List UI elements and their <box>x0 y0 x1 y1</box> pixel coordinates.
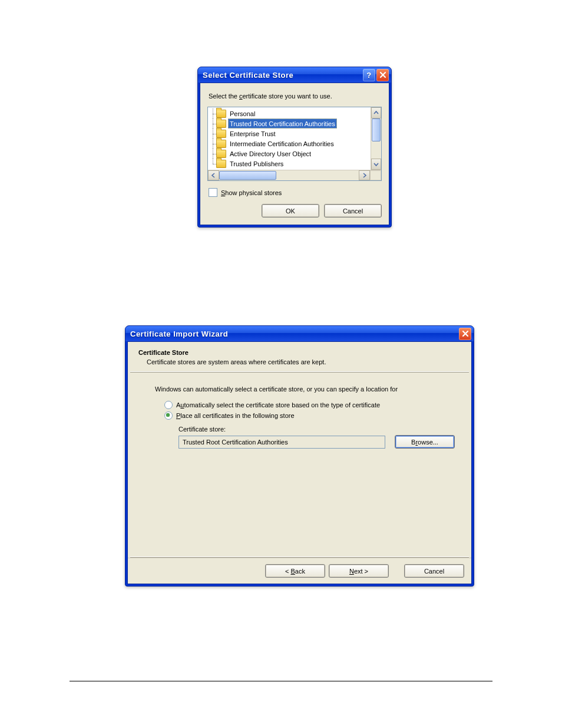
vertical-scrollbar[interactable] <box>371 107 381 170</box>
folder-icon <box>216 140 226 148</box>
tree-item[interactable]: Trusted Root Certification Authorities <box>210 118 371 129</box>
page-rule <box>70 681 492 681</box>
checkbox-icon <box>209 188 217 197</box>
certificate-store-tree[interactable]: PersonalTrusted Root Certification Autho… <box>207 107 382 181</box>
dialog-client: Select the certificate store you want to… <box>200 83 389 225</box>
radio-label: Place all certificates in the following … <box>176 412 295 419</box>
tree-item-label: Active Directory User Object <box>228 149 313 158</box>
tree-item-label: Trusted Publishers <box>228 159 285 168</box>
folder-icon <box>216 110 226 118</box>
browse-button[interactable]: Browse... <box>395 435 455 449</box>
tree-item[interactable]: Intermediate Certification Authorities <box>210 139 371 149</box>
tree-lines <box>210 108 216 118</box>
back-button[interactable]: < Back <box>265 564 325 578</box>
tree-item-label: Personal <box>228 109 257 118</box>
cancel-button[interactable]: Cancel <box>324 204 382 218</box>
tree-lines <box>210 139 216 149</box>
wizard-header-subtitle: Certificate stores are system areas wher… <box>147 358 461 365</box>
close-button[interactable] <box>459 328 471 340</box>
help-icon: ? <box>366 71 371 80</box>
checkbox-label: Show physical stores <box>221 189 282 196</box>
radio-label: Automatically select the certificate sto… <box>176 401 380 409</box>
ok-button[interactable]: OK <box>262 204 319 218</box>
folder-icon <box>216 160 226 168</box>
help-button[interactable]: ? <box>363 69 375 81</box>
dialog-client: Certificate Store Certificate stores are… <box>127 341 472 584</box>
tree-lines <box>210 118 216 129</box>
wizard-footer: < Back Next > Cancel <box>128 558 471 584</box>
chevron-left-icon <box>211 173 216 178</box>
tree-item[interactable]: Enterprise Trust <box>210 129 371 139</box>
chevron-down-icon <box>373 162 379 167</box>
certificate-store-field: Trusted Root Certification Authorities <box>178 436 385 449</box>
next-button[interactable]: Next > <box>329 564 389 578</box>
certificate-import-wizard-dialog: Certificate Import Wizard Certificate St… <box>125 325 474 587</box>
horizontal-scrollbar[interactable] <box>208 170 381 180</box>
wizard-header: Certificate Store Certificate stores are… <box>128 342 471 371</box>
scroll-track[interactable] <box>371 118 381 159</box>
select-certificate-store-dialog: Select Certificate Store ? Select the ce… <box>197 67 392 228</box>
button-row: OK Cancel <box>207 204 382 218</box>
scroll-left-button[interactable] <box>208 170 219 180</box>
certificate-store-label: Certificate store: <box>178 426 455 433</box>
dialog-title: Select Certificate Store <box>203 71 362 80</box>
radio-icon <box>164 411 173 420</box>
wizard-body-text: Windows can automatically select a certi… <box>155 386 455 393</box>
tree-item[interactable]: Active Directory User Object <box>210 149 371 159</box>
chevron-up-icon <box>373 110 379 116</box>
tree-list: PersonalTrusted Root Certification Autho… <box>208 107 371 170</box>
show-physical-stores-checkbox[interactable]: Show physical stores <box>209 188 382 197</box>
tree-lines <box>210 149 216 159</box>
cancel-button[interactable]: Cancel <box>404 564 464 578</box>
tree-item-label: Intermediate Certification Authorities <box>228 139 336 148</box>
titlebar[interactable]: Certificate Import Wizard <box>125 326 474 341</box>
wizard-header-title: Certificate Store <box>138 349 461 356</box>
wizard-body: Windows can automatically select a certi… <box>128 373 471 556</box>
radio-place-in-store[interactable]: Place all certificates in the following … <box>164 411 455 420</box>
dialog-title: Certificate Import Wizard <box>130 330 458 338</box>
tree-item-label: Trusted Root Certification Authorities <box>228 118 337 129</box>
scroll-up-button[interactable] <box>371 107 381 118</box>
scroll-down-button[interactable] <box>371 159 381 170</box>
radio-icon <box>164 401 173 409</box>
tree-lines <box>210 159 216 169</box>
certificate-store-block: Certificate store: Trusted Root Certific… <box>178 426 455 449</box>
hscroll-track[interactable] <box>219 170 359 180</box>
folder-icon <box>216 130 226 138</box>
chevron-right-icon <box>362 173 367 178</box>
radio-auto-select[interactable]: Automatically select the certificate sto… <box>164 401 455 409</box>
prompt-text: Select the certificate store you want to… <box>209 93 381 100</box>
scroll-corner <box>370 170 381 180</box>
titlebar[interactable]: Select Certificate Store ? <box>198 67 391 83</box>
close-icon <box>462 330 469 337</box>
folder-icon <box>216 150 226 158</box>
scroll-right-button[interactable] <box>359 170 370 180</box>
tree-item[interactable]: Trusted Publishers <box>210 159 371 169</box>
tree-item[interactable]: Personal <box>210 108 371 118</box>
tree-item-label: Enterprise Trust <box>228 129 277 138</box>
hscroll-thumb[interactable] <box>219 171 276 180</box>
scroll-thumb[interactable] <box>372 118 381 141</box>
folder-icon <box>216 120 226 128</box>
tree-lines <box>210 129 216 139</box>
close-button[interactable] <box>376 69 389 81</box>
close-icon <box>379 71 386 78</box>
